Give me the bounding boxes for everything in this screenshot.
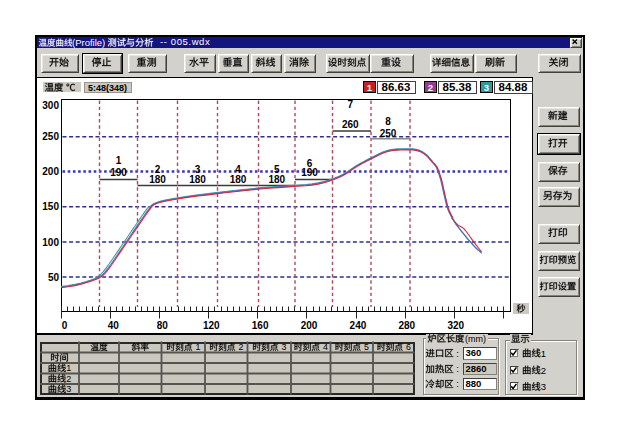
svg-text:180: 180 <box>189 174 206 185</box>
svg-text:200: 200 <box>301 320 318 331</box>
svg-text:50: 50 <box>48 272 60 283</box>
svg-text::: : <box>454 348 459 359</box>
svg-text:(mm): (mm) <box>465 334 486 344</box>
svg-text:3: 3 <box>541 381 546 392</box>
svg-text::: : <box>454 363 459 374</box>
svg-text:5: 5 <box>361 342 369 352</box>
svg-text:3: 3 <box>279 342 287 352</box>
svg-text:300: 300 <box>42 100 59 111</box>
svg-text:1: 1 <box>66 363 71 373</box>
svg-text:(Profile): (Profile) <box>72 37 105 48</box>
svg-text:120: 120 <box>203 320 220 331</box>
svg-text:180: 180 <box>149 174 166 185</box>
svg-text:180: 180 <box>268 174 285 185</box>
svg-text:80: 80 <box>157 320 169 331</box>
svg-text:1: 1 <box>367 82 373 93</box>
svg-text::: : <box>454 378 459 389</box>
svg-text:160: 160 <box>252 320 269 331</box>
svg-text:240: 240 <box>350 320 367 331</box>
svg-text:2: 2 <box>66 374 71 384</box>
svg-text:150: 150 <box>42 201 59 212</box>
svg-text:880: 880 <box>466 378 482 389</box>
svg-text:360: 360 <box>466 347 482 358</box>
svg-text:84.88: 84.88 <box>499 81 528 93</box>
svg-text:6: 6 <box>403 342 411 352</box>
svg-text:250: 250 <box>42 131 59 142</box>
svg-text:100: 100 <box>42 237 59 248</box>
svg-text:3: 3 <box>484 82 489 93</box>
svg-text:1: 1 <box>541 348 546 359</box>
svg-text:3: 3 <box>66 384 71 394</box>
svg-text:8: 8 <box>385 116 391 127</box>
svg-text:4: 4 <box>320 342 328 352</box>
svg-text:5:48(348): 5:48(348) <box>88 83 127 93</box>
svg-text:7: 7 <box>348 99 354 110</box>
svg-text:190: 190 <box>110 167 127 178</box>
svg-text:2860: 2860 <box>466 363 487 374</box>
svg-text:180: 180 <box>230 174 247 185</box>
svg-text:1: 1 <box>116 155 122 166</box>
svg-text:250: 250 <box>380 128 397 139</box>
svg-text:200: 200 <box>42 166 59 177</box>
svg-text:-- 005.wdx: -- 005.wdx <box>160 36 210 47</box>
svg-text:2: 2 <box>541 365 546 376</box>
svg-text:190: 190 <box>301 167 318 178</box>
svg-text:260: 260 <box>342 119 359 130</box>
svg-text:320: 320 <box>447 320 464 331</box>
svg-text:86.63: 86.63 <box>382 81 411 93</box>
svg-text:280: 280 <box>399 320 416 331</box>
svg-text:1: 1 <box>193 342 201 352</box>
svg-text:40: 40 <box>108 320 120 331</box>
svg-text:0: 0 <box>62 320 68 331</box>
svg-text:2: 2 <box>428 82 433 93</box>
svg-text:85.38: 85.38 <box>443 81 472 93</box>
svg-text:2: 2 <box>236 342 244 352</box>
